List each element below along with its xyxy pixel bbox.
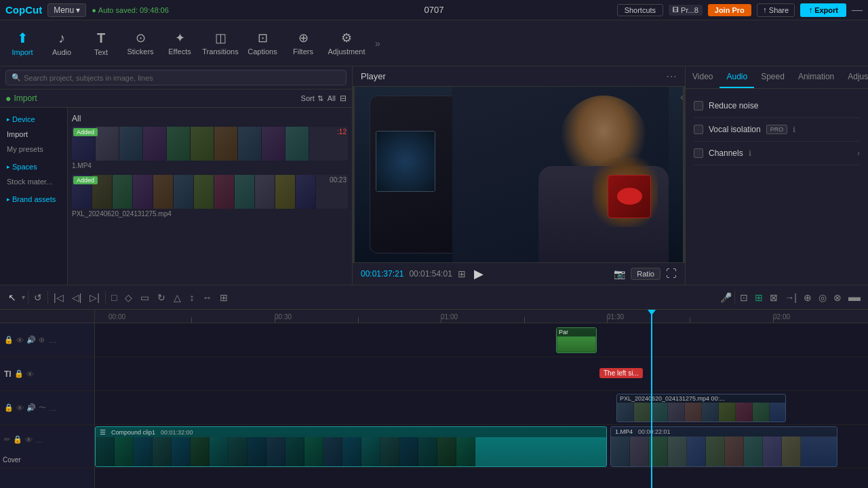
tl-rt-8[interactable]: ▬ xyxy=(846,289,863,306)
tl-tool-triangle[interactable]: △ xyxy=(171,291,184,304)
tl-rt-3[interactable]: ⊠ xyxy=(768,291,780,304)
tool-stickers[interactable]: ⊙ Stickers xyxy=(121,23,160,64)
tl-rt-6[interactable]: ◎ xyxy=(816,291,829,304)
track-more-icon-1[interactable]: … xyxy=(49,336,56,344)
share-button[interactable]: ↑ Share xyxy=(757,3,795,17)
ratio-button[interactable]: Ratio xyxy=(631,268,660,280)
tl-tool-split2[interactable]: ◁| xyxy=(69,291,85,304)
sidebar-item-brand[interactable]: ▸ Brand assets xyxy=(0,192,67,207)
search-bar[interactable]: 🔍 Search project, subjects in image, lin… xyxy=(5,70,347,85)
media-item-1[interactable]: Added :12 xyxy=(72,127,348,171)
tl-tool-arrows[interactable]: ↕ xyxy=(186,291,197,304)
toolbar-expand[interactable]: » xyxy=(370,23,385,64)
track-audio-icon-1[interactable]: 🔊 xyxy=(26,336,36,344)
track-wave-icon[interactable]: 〜 xyxy=(39,403,46,413)
tl-rt-4[interactable]: →| xyxy=(783,291,799,304)
track-label-3: 🔒 👁 🔊 〜 … xyxy=(0,391,94,425)
sidebar-item-import[interactable]: Import xyxy=(0,127,67,142)
tl-tool-dropdown[interactable]: ▾ xyxy=(22,293,25,301)
track-eye-main[interactable]: 👁 xyxy=(25,436,33,444)
player-menu-icon[interactable]: ⋯ xyxy=(666,70,677,83)
camera-icon[interactable]: 📷 xyxy=(614,268,625,279)
track-eye-icon-3[interactable]: 👁 xyxy=(16,404,24,412)
tab-audio[interactable]: Audio xyxy=(719,66,754,88)
tl-tool-grid[interactable]: ⊞ xyxy=(217,291,231,304)
app-logo: CopCut xyxy=(5,4,42,16)
tl-tool-rotate[interactable]: ↻ xyxy=(155,291,168,304)
join-pro-button[interactable]: Join Pro xyxy=(708,4,751,16)
tab-animation[interactable]: Animation xyxy=(791,66,841,88)
mp4-clip-main[interactable]: 1.MP4 00:00:22:01 xyxy=(610,426,837,467)
tl-tool-split[interactable]: |◁ xyxy=(51,291,66,304)
tl-tool-split3[interactable]: ▷| xyxy=(87,291,102,304)
channels-checkbox[interactable] xyxy=(694,148,703,158)
tab-speed[interactable]: Speed xyxy=(754,66,791,88)
tl-tool-resize[interactable]: ↔ xyxy=(199,291,214,304)
sidebar-item-stock[interactable]: Stock mater... xyxy=(0,174,67,189)
timeline-ruler: 00:00 00:30 01:00 01:30 02:00 xyxy=(95,310,868,323)
auto-save-status: ● Auto saved: 09:48:06 xyxy=(92,6,169,14)
tool-text[interactable]: T Text xyxy=(81,23,121,64)
track-eye-icon-1[interactable]: 👁 xyxy=(16,336,24,344)
all-filter[interactable]: All xyxy=(328,94,336,102)
sidebar-item-my-presets[interactable]: My presets xyxy=(0,142,67,157)
sidebar-item-spaces[interactable]: ▸ Spaces xyxy=(0,159,67,174)
vocal-isolation-checkbox[interactable] xyxy=(694,125,703,134)
play-button[interactable]: ▶ xyxy=(474,266,484,281)
grid-view-icon[interactable]: ⊞ xyxy=(458,268,466,279)
playhead[interactable] xyxy=(651,310,652,488)
tl-rt-7[interactable]: ⊗ xyxy=(831,291,844,304)
reduce-noise-checkbox[interactable] xyxy=(694,101,703,110)
tl-rt-1[interactable]: ⊡ xyxy=(738,291,750,304)
tab-adjustment[interactable]: Adjustm... xyxy=(841,66,868,88)
timeline-right-tools: 🎤 ⊡ ⊞ ⊠ →| ⊕ ◎ ⊗ ▬ xyxy=(720,289,863,306)
tl-tool-cursor[interactable]: ↖ xyxy=(5,291,19,304)
tl-mic-icon[interactable]: 🎤 xyxy=(720,292,732,303)
particle-clip[interactable]: Par xyxy=(556,327,597,353)
tl-tool-undo[interactable]: ↺ xyxy=(31,291,45,304)
track-lock-icon-3[interactable]: 🔒 xyxy=(4,403,14,412)
track-eye-text[interactable]: 👁 xyxy=(26,370,34,378)
vocal-info-icon[interactable]: ℹ xyxy=(793,125,795,134)
panel-expand-arrow[interactable]: ‹ xyxy=(680,92,684,102)
export-button[interactable]: ↑ Export xyxy=(800,3,846,17)
player-title: Player xyxy=(361,71,386,81)
tool-adjustment[interactable]: ⚙ Adjustment xyxy=(323,23,370,64)
tool-transitions[interactable]: ◫ Transitions xyxy=(199,23,241,64)
track-pencil-icon[interactable]: ✏ xyxy=(4,435,10,444)
track-lock-icon-1[interactable]: 🔒 xyxy=(4,336,14,344)
tl-tool-crop[interactable]: □ xyxy=(108,291,119,304)
tool-audio[interactable]: ♪ Audio xyxy=(42,23,81,64)
tl-rt-5[interactable]: ⊕ xyxy=(802,291,814,304)
tl-tool-rect[interactable]: ▭ xyxy=(138,291,152,304)
tool-captions[interactable]: ⊡ Captions xyxy=(241,23,283,64)
audio-panel-content: Reduce noise Vocal isolation PRO ℹ Chann… xyxy=(686,89,868,285)
import-button[interactable]: ● Import xyxy=(5,93,37,104)
track-lock-main[interactable]: 🔒 xyxy=(13,435,22,444)
tool-import[interactable]: ⬆ Import xyxy=(3,23,42,64)
compound-clip-1[interactable]: ☰ Compound clip1 00:01:32:00 xyxy=(95,426,607,467)
track-add-icon-1[interactable]: ⊕ xyxy=(39,336,45,344)
minimize-button[interactable]: — xyxy=(852,4,863,16)
track-lock-text[interactable]: 🔒 xyxy=(14,369,24,378)
all-label: All xyxy=(72,112,348,127)
track-more-main[interactable]: … xyxy=(35,436,43,444)
tl-rt-2[interactable]: ⊞ xyxy=(753,291,765,304)
tl-tool-shape[interactable]: ◇ xyxy=(122,291,135,304)
video-clip-3[interactable]: PXL_20240620_024131275.mp4 00:... xyxy=(616,394,786,422)
fullscreen-button[interactable]: ⛶ xyxy=(666,268,677,280)
sort-button[interactable]: Sort ⇅ xyxy=(301,94,323,103)
channels-info-icon[interactable]: ℹ xyxy=(749,149,751,158)
filter-icon[interactable]: ⊟ xyxy=(340,94,347,103)
track-more-icon-3[interactable]: … xyxy=(49,404,56,412)
track-audio-icon-3[interactable]: 🔊 xyxy=(26,403,36,412)
tool-effects[interactable]: ✦ Effects xyxy=(160,23,199,64)
tool-filters[interactable]: ⊕ Filters xyxy=(283,23,323,64)
media-item-2[interactable]: Added 00:23 xyxy=(72,175,348,219)
shortcuts-button[interactable]: Shortcuts xyxy=(617,4,663,16)
channels-expand[interactable]: › xyxy=(857,148,860,158)
menu-button[interactable]: Menu ▾ xyxy=(47,3,86,17)
text-clip-tooltip[interactable]: The left si... xyxy=(599,368,643,378)
sidebar-item-device[interactable]: ▸ Device xyxy=(0,112,67,127)
tab-video[interactable]: Video xyxy=(686,66,719,88)
